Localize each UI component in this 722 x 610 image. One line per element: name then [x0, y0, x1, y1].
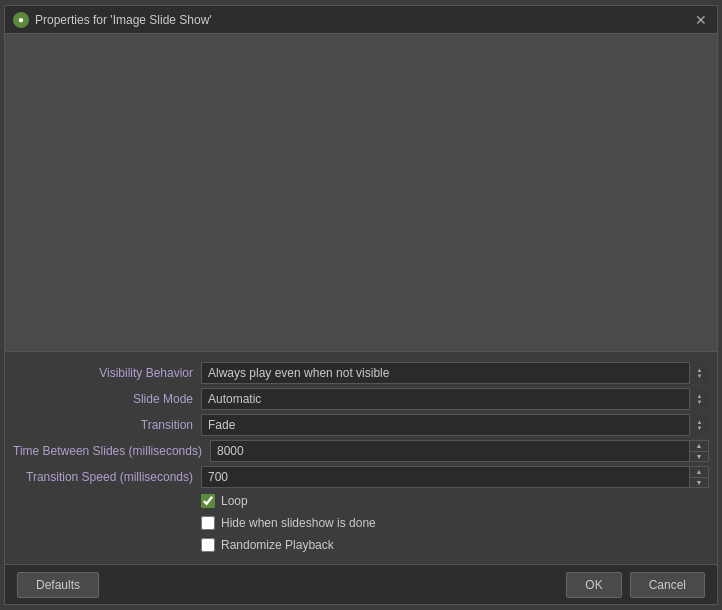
time-between-slides-spinbox: 8000 ▲ ▼ — [210, 440, 709, 462]
ok-button[interactable]: OK — [566, 572, 621, 598]
randomize-label: Randomize Playback — [221, 538, 334, 552]
hide-when-done-row: Hide when slideshow is done — [5, 512, 717, 534]
time-between-slides-control: 8000 ▲ ▼ — [210, 440, 709, 462]
close-button[interactable]: ✕ — [693, 12, 709, 28]
time-between-slides-arrows: ▲ ▼ — [689, 440, 709, 462]
loop-row: Loop — [5, 490, 717, 512]
transition-dropdown-wrapper: Fade None Slide Zoom — [201, 414, 709, 436]
properties-dialog: ● Properties for 'Image Slide Show' ✕ Vi… — [4, 5, 718, 605]
hide-when-done-label: Hide when slideshow is done — [221, 516, 376, 530]
transition-speed-row: Transition Speed (milliseconds) 700 ▲ ▼ — [5, 464, 717, 490]
ok-cancel-group: OK Cancel — [566, 572, 705, 598]
time-between-slides-up[interactable]: ▲ — [690, 441, 708, 452]
visibility-behavior-select[interactable]: Always play even when not visible Stop w… — [201, 362, 709, 384]
time-between-slides-row: Time Between Slides (milliseconds) 8000 … — [5, 438, 717, 464]
hide-when-done-checkbox[interactable] — [201, 516, 215, 530]
visibility-behavior-control: Always play even when not visible Stop w… — [201, 362, 709, 384]
transition-select[interactable]: Fade None Slide Zoom — [201, 414, 709, 436]
slide-mode-dropdown-wrapper: Automatic Manual — [201, 388, 709, 410]
transition-speed-label: Transition Speed (milliseconds) — [13, 470, 201, 484]
transition-speed-spinbox: 700 ▲ ▼ — [201, 466, 709, 488]
loop-label: Loop — [221, 494, 248, 508]
visibility-behavior-label: Visibility Behavior — [13, 366, 201, 380]
transition-speed-input[interactable]: 700 — [201, 466, 689, 488]
bottom-bar: Defaults OK Cancel — [5, 564, 717, 604]
transition-label: Transition — [13, 418, 201, 432]
slide-mode-control: Automatic Manual — [201, 388, 709, 410]
app-icon: ● — [13, 12, 29, 28]
cancel-button[interactable]: Cancel — [630, 572, 705, 598]
transition-control: Fade None Slide Zoom — [201, 414, 709, 436]
transition-row: Transition Fade None Slide Zoom — [5, 412, 717, 438]
randomize-checkbox[interactable] — [201, 538, 215, 552]
properties-area: Visibility Behavior Always play even whe… — [5, 352, 717, 564]
time-between-slides-down[interactable]: ▼ — [690, 452, 708, 462]
slide-mode-row: Slide Mode Automatic Manual — [5, 386, 717, 412]
transition-speed-arrows: ▲ ▼ — [689, 466, 709, 488]
transition-speed-down[interactable]: ▼ — [690, 478, 708, 488]
preview-area — [5, 34, 717, 352]
randomize-row: Randomize Playback — [5, 534, 717, 556]
loop-checkbox[interactable] — [201, 494, 215, 508]
title-bar: ● Properties for 'Image Slide Show' ✕ — [5, 6, 717, 34]
visibility-behavior-dropdown-wrapper: Always play even when not visible Stop w… — [201, 362, 709, 384]
dialog-title: Properties for 'Image Slide Show' — [35, 13, 212, 27]
slide-mode-select[interactable]: Automatic Manual — [201, 388, 709, 410]
visibility-behavior-row: Visibility Behavior Always play even whe… — [5, 360, 717, 386]
title-bar-left: ● Properties for 'Image Slide Show' — [13, 12, 212, 28]
transition-speed-up[interactable]: ▲ — [690, 467, 708, 478]
slide-mode-label: Slide Mode — [13, 392, 201, 406]
time-between-slides-input[interactable]: 8000 — [210, 440, 689, 462]
defaults-button[interactable]: Defaults — [17, 572, 99, 598]
transition-speed-control: 700 ▲ ▼ — [201, 466, 709, 488]
time-between-slides-label: Time Between Slides (milliseconds) — [13, 444, 210, 458]
